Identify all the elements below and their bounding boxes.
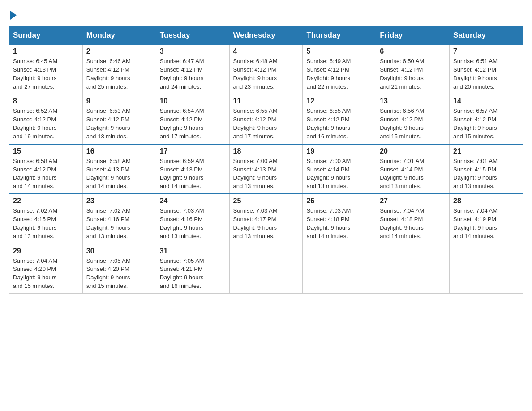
calendar-cell: 26 Sunrise: 7:03 AM Sunset: 4:18 PM Dayl…: [303, 194, 376, 244]
day-number: 18: [233, 147, 299, 155]
day-number: 22: [13, 197, 79, 205]
day-number: 11: [233, 97, 299, 105]
calendar-cell: [229, 244, 303, 294]
day-info: Sunrise: 6:50 AM Sunset: 4:12 PM Dayligh…: [380, 57, 446, 91]
calendar-header: SundayMondayTuesdayWednesdayThursdayFrid…: [9, 26, 523, 45]
calendar-cell: 4 Sunrise: 6:48 AM Sunset: 4:12 PM Dayli…: [229, 45, 303, 94]
day-info: Sunrise: 7:05 AM Sunset: 4:21 PM Dayligh…: [160, 257, 226, 291]
day-number: 29: [13, 247, 79, 255]
day-number: 28: [453, 197, 519, 205]
calendar-cell: 10 Sunrise: 6:54 AM Sunset: 4:12 PM Dayl…: [156, 94, 229, 144]
day-info: Sunrise: 6:54 AM Sunset: 4:12 PM Dayligh…: [160, 107, 226, 141]
calendar-cell: 29 Sunrise: 7:04 AM Sunset: 4:20 PM Dayl…: [9, 244, 83, 294]
day-number: 24: [160, 197, 226, 205]
calendar-cell: 21 Sunrise: 7:01 AM Sunset: 4:15 PM Dayl…: [450, 144, 523, 194]
day-number: 21: [453, 147, 519, 155]
day-info: Sunrise: 6:51 AM Sunset: 4:12 PM Dayligh…: [453, 57, 519, 91]
day-info: Sunrise: 7:03 AM Sunset: 4:16 PM Dayligh…: [160, 207, 226, 240]
day-info: Sunrise: 6:59 AM Sunset: 4:13 PM Dayligh…: [160, 157, 226, 191]
day-number: 2: [86, 47, 152, 56]
day-number: 5: [306, 47, 372, 56]
day-number: 14: [453, 97, 519, 105]
calendar-week-1: 1 Sunrise: 6:45 AM Sunset: 4:13 PM Dayli…: [9, 45, 523, 94]
day-info: Sunrise: 6:53 AM Sunset: 4:12 PM Dayligh…: [86, 107, 152, 141]
days-of-week-row: SundayMondayTuesdayWednesdayThursdayFrid…: [9, 26, 523, 45]
day-header-wednesday: Wednesday: [229, 26, 303, 45]
logo: [9, 9, 17, 18]
day-info: Sunrise: 6:55 AM Sunset: 4:12 PM Dayligh…: [233, 107, 299, 141]
day-info: Sunrise: 6:49 AM Sunset: 4:12 PM Dayligh…: [306, 57, 372, 91]
day-number: 3: [160, 47, 226, 56]
page-header: [9, 9, 523, 18]
calendar-cell: [450, 244, 523, 294]
day-number: 6: [380, 47, 446, 56]
calendar-week-5: 29 Sunrise: 7:04 AM Sunset: 4:20 PM Dayl…: [9, 244, 523, 294]
calendar-cell: 18 Sunrise: 7:00 AM Sunset: 4:13 PM Dayl…: [229, 144, 303, 194]
calendar-cell: 25 Sunrise: 7:03 AM Sunset: 4:17 PM Dayl…: [229, 194, 303, 244]
calendar-cell: 3 Sunrise: 6:47 AM Sunset: 4:12 PM Dayli…: [156, 45, 229, 94]
logo-arrow-icon: [10, 11, 17, 20]
calendar-cell: 16 Sunrise: 6:58 AM Sunset: 4:13 PM Dayl…: [82, 144, 156, 194]
calendar-cell: 7 Sunrise: 6:51 AM Sunset: 4:12 PM Dayli…: [450, 45, 523, 94]
day-info: Sunrise: 7:04 AM Sunset: 4:19 PM Dayligh…: [453, 207, 519, 240]
day-number: 30: [86, 247, 152, 255]
day-info: Sunrise: 6:52 AM Sunset: 4:12 PM Dayligh…: [13, 107, 79, 141]
calendar-cell: 8 Sunrise: 6:52 AM Sunset: 4:12 PM Dayli…: [9, 94, 83, 144]
calendar-cell: 6 Sunrise: 6:50 AM Sunset: 4:12 PM Dayli…: [376, 45, 450, 94]
day-info: Sunrise: 7:05 AM Sunset: 4:20 PM Dayligh…: [86, 257, 152, 291]
day-info: Sunrise: 7:04 AM Sunset: 4:18 PM Dayligh…: [380, 207, 446, 240]
day-info: Sunrise: 6:57 AM Sunset: 4:12 PM Dayligh…: [453, 107, 519, 141]
day-number: 16: [86, 147, 152, 155]
calendar-cell: [303, 244, 376, 294]
calendar-cell: 12 Sunrise: 6:55 AM Sunset: 4:12 PM Dayl…: [303, 94, 376, 144]
day-number: 7: [453, 47, 519, 56]
day-number: 26: [306, 197, 372, 205]
day-info: Sunrise: 6:48 AM Sunset: 4:12 PM Dayligh…: [233, 57, 299, 91]
calendar-cell: 15 Sunrise: 6:58 AM Sunset: 4:12 PM Dayl…: [9, 144, 83, 194]
calendar-cell: 30 Sunrise: 7:05 AM Sunset: 4:20 PM Dayl…: [82, 244, 156, 294]
calendar-cell: 17 Sunrise: 6:59 AM Sunset: 4:13 PM Dayl…: [156, 144, 229, 194]
calendar-cell: 22 Sunrise: 7:02 AM Sunset: 4:15 PM Dayl…: [9, 194, 83, 244]
day-info: Sunrise: 7:03 AM Sunset: 4:18 PM Dayligh…: [306, 207, 372, 240]
day-info: Sunrise: 6:58 AM Sunset: 4:12 PM Dayligh…: [13, 157, 79, 191]
day-number: 4: [233, 47, 299, 56]
calendar-week-3: 15 Sunrise: 6:58 AM Sunset: 4:12 PM Dayl…: [9, 144, 523, 194]
calendar-cell: 24 Sunrise: 7:03 AM Sunset: 4:16 PM Dayl…: [156, 194, 229, 244]
day-number: 17: [160, 147, 226, 155]
calendar-cell: 5 Sunrise: 6:49 AM Sunset: 4:12 PM Dayli…: [303, 45, 376, 94]
day-number: 25: [233, 197, 299, 205]
day-header-tuesday: Tuesday: [156, 26, 229, 45]
day-number: 27: [380, 197, 446, 205]
calendar-cell: 31 Sunrise: 7:05 AM Sunset: 4:21 PM Dayl…: [156, 244, 229, 294]
day-info: Sunrise: 6:46 AM Sunset: 4:12 PM Dayligh…: [86, 57, 152, 91]
day-number: 19: [306, 147, 372, 155]
calendar-cell: 23 Sunrise: 7:02 AM Sunset: 4:16 PM Dayl…: [82, 194, 156, 244]
day-info: Sunrise: 6:56 AM Sunset: 4:12 PM Dayligh…: [380, 107, 446, 141]
day-number: 31: [160, 247, 226, 255]
day-info: Sunrise: 7:01 AM Sunset: 4:14 PM Dayligh…: [380, 157, 446, 191]
calendar-week-2: 8 Sunrise: 6:52 AM Sunset: 4:12 PM Dayli…: [9, 94, 523, 144]
calendar-cell: 2 Sunrise: 6:46 AM Sunset: 4:12 PM Dayli…: [82, 45, 156, 94]
day-info: Sunrise: 7:01 AM Sunset: 4:15 PM Dayligh…: [453, 157, 519, 191]
calendar-week-4: 22 Sunrise: 7:02 AM Sunset: 4:15 PM Dayl…: [9, 194, 523, 244]
day-info: Sunrise: 7:00 AM Sunset: 4:14 PM Dayligh…: [306, 157, 372, 191]
calendar-cell: 27 Sunrise: 7:04 AM Sunset: 4:18 PM Dayl…: [376, 194, 450, 244]
day-header-monday: Monday: [82, 26, 156, 45]
calendar-cell: 28 Sunrise: 7:04 AM Sunset: 4:19 PM Dayl…: [450, 194, 523, 244]
day-info: Sunrise: 7:03 AM Sunset: 4:17 PM Dayligh…: [233, 207, 299, 240]
day-header-friday: Friday: [376, 26, 450, 45]
day-number: 10: [160, 97, 226, 105]
day-number: 13: [380, 97, 446, 105]
calendar-cell: 1 Sunrise: 6:45 AM Sunset: 4:13 PM Dayli…: [9, 45, 83, 94]
day-number: 1: [13, 47, 79, 56]
calendar-cell: 11 Sunrise: 6:55 AM Sunset: 4:12 PM Dayl…: [229, 94, 303, 144]
day-info: Sunrise: 7:00 AM Sunset: 4:13 PM Dayligh…: [233, 157, 299, 191]
day-info: Sunrise: 6:47 AM Sunset: 4:12 PM Dayligh…: [160, 57, 226, 91]
calendar-table: SundayMondayTuesdayWednesdayThursdayFrid…: [9, 26, 523, 294]
calendar-cell: 9 Sunrise: 6:53 AM Sunset: 4:12 PM Dayli…: [82, 94, 156, 144]
day-header-sunday: Sunday: [9, 26, 83, 45]
day-info: Sunrise: 6:58 AM Sunset: 4:13 PM Dayligh…: [86, 157, 152, 191]
day-info: Sunrise: 7:04 AM Sunset: 4:20 PM Dayligh…: [13, 257, 79, 291]
calendar-cell: [376, 244, 450, 294]
day-info: Sunrise: 7:02 AM Sunset: 4:16 PM Dayligh…: [86, 207, 152, 240]
